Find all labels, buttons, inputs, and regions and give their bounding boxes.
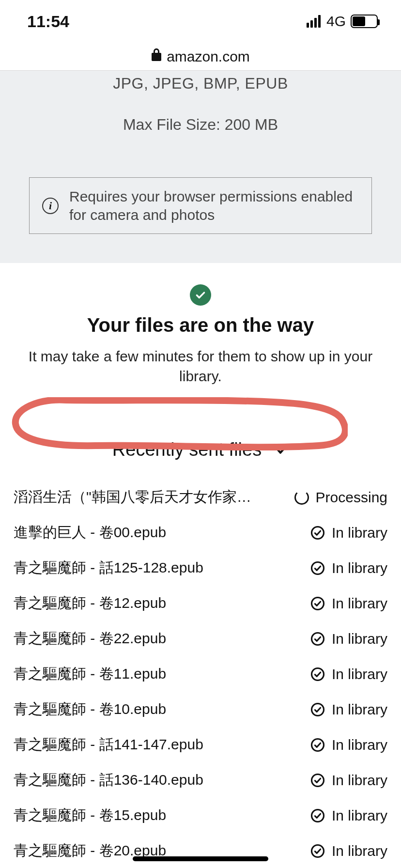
status-time: 11:54 [27,12,69,31]
file-row[interactable]: 青之驅魔師 - 卷11.epubIn library [12,656,389,692]
file-row[interactable]: 青之驅魔師 - 卷10.epubIn library [12,692,389,727]
file-name: 青之驅魔師 - 話141-147.epub [14,735,203,755]
upload-success-section: Your files are on the way It may take a … [0,263,401,386]
file-status: In library [310,843,387,859]
svg-point-5 [311,703,324,715]
file-status: In library [310,631,387,647]
checkmark-icon [190,284,211,306]
file-row[interactable]: 青之驅魔師 - 話141-147.epubIn library [12,727,389,762]
status-label: In library [332,701,387,718]
file-status: Processing [294,489,387,506]
status-label: In library [332,666,387,682]
signal-icon [307,15,321,28]
recent-files-toggle[interactable]: Recently sent files [12,439,389,460]
permission-notice: i Requires your browser permissions enab… [29,177,372,234]
file-status: In library [310,666,387,682]
file-row[interactable]: 青之驅魔師 - 卷22.epubIn library [12,621,389,656]
svg-point-0 [311,527,324,539]
file-row[interactable]: 滔滔生活（"韩国八零后天才女作家"…Processing [12,480,389,515]
status-label: In library [332,843,387,859]
file-status: In library [310,525,387,541]
file-list: 滔滔生活（"韩国八零后天才女作家"…Processing進擊的巨人 - 卷00.… [12,480,389,868]
file-status: In library [310,560,387,576]
url-domain: amazon.com [167,48,250,65]
file-name: 進擊的巨人 - 卷00.epub [14,523,166,542]
status-label: In library [332,807,387,824]
status-label: In library [332,560,387,576]
status-label: In library [332,772,387,789]
status-right: 4G [307,13,378,30]
file-name: 青之驅魔師 - 話125-128.epub [14,558,203,578]
lock-icon [151,48,162,64]
success-title: Your files are on the way [14,314,387,336]
file-status: In library [310,737,387,753]
status-label: In library [332,737,387,753]
file-name: 青之驅魔師 - 卷12.epub [14,593,166,613]
max-file-size: Max File Size: 200 MB [12,116,389,134]
info-icon: i [42,198,59,214]
svg-point-3 [311,633,324,645]
svg-point-6 [311,739,324,751]
file-name: 青之驅魔師 - 卷22.epub [14,629,166,649]
file-name: 青之驅魔師 - 卷11.epub [14,664,166,684]
svg-point-4 [311,668,324,680]
recent-files-section: Recently sent files 滔滔生活（"韩国八零后天才女作家"…Pr… [0,439,401,868]
svg-point-9 [311,845,324,857]
svg-point-7 [311,774,324,786]
status-label: In library [332,631,387,647]
file-status: In library [310,772,387,789]
svg-point-2 [311,597,324,609]
status-label: In library [332,525,387,541]
svg-point-8 [311,809,324,822]
file-name: 青之驅魔師 - 卷10.epub [14,699,166,719]
upload-dropzone[interactable]: JPG, JPEG, BMP, EPUB Max File Size: 200 … [0,71,401,263]
file-row[interactable]: 青之驅魔師 - 卷15.epubIn library [12,798,389,833]
file-name: 青之驅魔師 - 話136-140.epub [14,770,203,790]
file-name: 青之驅魔師 - 卷15.epub [14,806,166,825]
file-row[interactable]: 青之驅魔師 - 卷12.epubIn library [12,586,389,621]
permission-text: Requires your browser permissions enable… [69,187,359,224]
success-subtitle: It may take a few minutes for them to sh… [14,347,387,386]
file-row[interactable]: 青之驅魔師 - 話136-140.epubIn library [12,762,389,798]
status-bar: 11:54 4G [0,0,401,43]
file-row[interactable]: 青之驅魔師 - 卷20.epubIn library [12,833,389,868]
status-label: Processing [316,489,387,506]
home-indicator[interactable] [133,856,268,861]
battery-icon [351,15,378,28]
network-label: 4G [326,13,346,30]
file-row[interactable]: 青之驅魔師 - 話125-128.epubIn library [12,550,389,586]
file-row[interactable]: 進擊的巨人 - 卷00.epubIn library [12,515,389,550]
supported-formats: JPG, JPEG, BMP, EPUB [12,71,389,93]
recent-files-label: Recently sent files [112,439,262,460]
file-status: In library [310,807,387,824]
status-label: In library [332,595,387,612]
browser-url-bar[interactable]: amazon.com [0,43,401,71]
file-status: In library [310,595,387,612]
spinner-icon [294,490,309,505]
chevron-down-icon [272,442,289,458]
svg-point-1 [311,562,324,574]
file-name: 滔滔生活（"韩国八零后天才女作家"… [14,487,256,507]
file-status: In library [310,701,387,718]
